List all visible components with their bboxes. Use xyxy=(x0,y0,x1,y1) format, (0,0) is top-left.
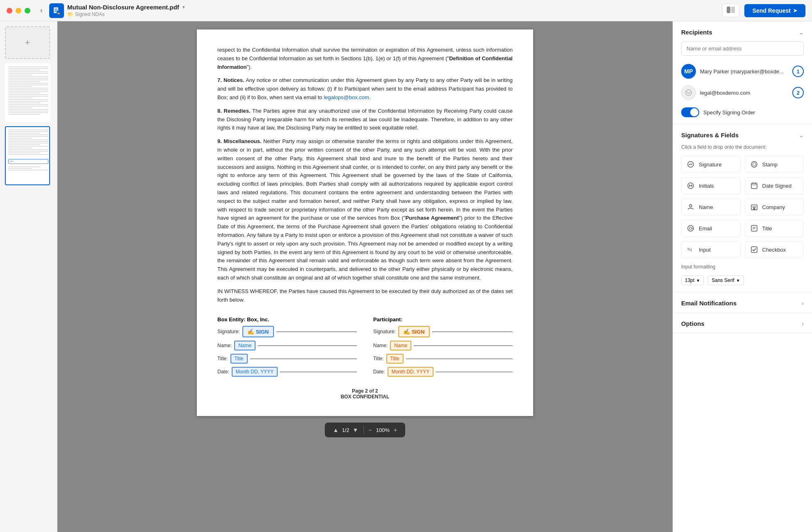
doc-content: respect to the Confidential Information … xyxy=(217,46,513,304)
recipient-name-1: Mary Parker (maryparker@boxde... xyxy=(700,68,788,75)
add-page-button[interactable]: + xyxy=(5,26,50,59)
traffic-lights xyxy=(7,8,30,14)
recipient-search-input[interactable] xyxy=(681,41,804,56)
field-email[interactable]: Email xyxy=(681,220,741,237)
box-sign-icon: ✍ xyxy=(247,328,254,335)
participant-date-label: Date: xyxy=(373,369,385,375)
participant-name-field[interactable]: Name xyxy=(390,341,411,350)
options-header[interactable]: Options › xyxy=(673,313,812,333)
svg-rect-22 xyxy=(753,208,755,210)
signing-entities-row: Box Entity: Box, Inc. Signature: ✍ SIGN xyxy=(217,316,513,380)
recipients-body: MP Mary Parker (maryparker@boxde... 1 le… xyxy=(673,41,812,124)
field-stamp[interactable]: Stamp xyxy=(745,156,804,173)
field-stamp-label: Stamp xyxy=(762,161,778,168)
send-request-button[interactable]: Send Request ➤ xyxy=(744,4,805,17)
header-actions: Send Request ➤ xyxy=(722,4,805,17)
box-name-field[interactable]: Name xyxy=(234,341,255,350)
field-signature[interactable]: Signature xyxy=(681,156,741,173)
folder-icon: 📁 xyxy=(67,11,73,17)
field-checkbox[interactable]: Checkbox xyxy=(745,241,804,258)
para-7-notices: 7. Notices. Any notice or other communic… xyxy=(217,76,513,102)
close-button[interactable] xyxy=(7,8,12,14)
field-input[interactable]: A| Input xyxy=(681,241,741,258)
svg-point-17 xyxy=(689,205,692,207)
para-9-misc: 9. Miscellaneous. Neither Party may assi… xyxy=(217,137,513,282)
participant-title-underline xyxy=(406,359,513,359)
signing-order-toggle[interactable] xyxy=(681,107,699,117)
legal-email-link[interactable]: legalops@box.com xyxy=(324,94,369,100)
participant-title-row: Title: Title xyxy=(373,354,513,364)
box-title-field[interactable]: Title xyxy=(230,354,248,364)
signatures-fields-chevron: ⌄ xyxy=(799,132,804,139)
recipient-item-2: legal@boxdemo.com 2 xyxy=(681,82,804,103)
box-sign-field[interactable]: ✍ SIGN xyxy=(242,326,274,337)
title-icon xyxy=(749,223,759,233)
participant-sign-field[interactable]: ✍ SIGN xyxy=(398,326,430,337)
signatures-fields-header[interactable]: Signatures & Fields ⌄ xyxy=(673,124,812,144)
font-size-select[interactable]: 13pt ▼ xyxy=(681,275,704,285)
recipients-section: Recipients ⌄ MP Mary Parker (maryparker@… xyxy=(673,21,812,124)
zoom-in-button[interactable]: + xyxy=(392,426,399,434)
fields-grid: Signature Stamp xyxy=(681,156,804,258)
field-signature-label: Signature xyxy=(699,161,722,168)
page-number: Page 2 of 2 xyxy=(217,388,513,394)
zoom-controls: − 100% + xyxy=(367,426,399,434)
minimize-button[interactable] xyxy=(16,8,21,14)
participant-sig-label: Signature: xyxy=(373,329,396,334)
options-title: Options xyxy=(681,320,705,327)
field-title[interactable]: Title xyxy=(745,220,804,237)
field-date-signed[interactable]: Date Signed xyxy=(745,177,804,194)
doc-subtitle-text: Signed NDAs xyxy=(75,11,105,17)
participant-name-label: Name: xyxy=(373,343,388,348)
field-company[interactable]: Company xyxy=(745,198,804,216)
field-initials[interactable]: Initials xyxy=(681,177,741,194)
recipients-header[interactable]: Recipients ⌄ xyxy=(673,21,812,41)
participant-title-field[interactable]: Title xyxy=(386,354,404,364)
box-date-label: Date: xyxy=(217,369,229,375)
thumbnail-page-1[interactable] xyxy=(5,63,50,122)
signing-col-box: Box Entity: Box, Inc. Signature: ✍ SIGN xyxy=(217,316,357,380)
signature-icon xyxy=(686,159,696,169)
input-formatting: Input formatting 13pt ▼ Sans Serif ▼ xyxy=(681,264,804,285)
send-request-label: Send Request xyxy=(753,7,791,14)
svg-rect-25 xyxy=(751,225,757,231)
doc-icon: ✍ xyxy=(49,3,64,18)
back-button[interactable]: ‹ xyxy=(37,5,46,16)
doc-title-text: Mutual Non-Disclosure Agreement.pdf xyxy=(67,4,179,11)
participant-sign-icon: ✍ xyxy=(403,328,410,335)
doc-toolbar: ▲ 1/2 ▼ − 100% + xyxy=(325,423,405,437)
title-bar: ‹ ✍ Mutual Non-Disclosure Agreement.pdf … xyxy=(0,0,812,21)
email-notifications-chevron: › xyxy=(802,300,804,307)
para-confidential-info: respect to the Confidential Information … xyxy=(217,46,513,71)
svg-rect-21 xyxy=(755,207,756,208)
maximize-button[interactable] xyxy=(25,8,30,14)
thumbnail-page-2[interactable]: SIGN xyxy=(5,126,50,185)
svg-point-24 xyxy=(689,227,692,230)
participant-date-field[interactable]: Month DD, YYYY xyxy=(388,367,433,377)
page-up-button[interactable]: ▲ xyxy=(331,426,340,434)
layout-toggle-button[interactable] xyxy=(722,4,739,17)
recipient-order-1[interactable]: 1 xyxy=(792,66,804,77)
zoom-out-button[interactable]: − xyxy=(367,426,374,434)
field-name[interactable]: Name xyxy=(681,198,741,216)
signatures-fields-section: Signatures & Fields ⌄ Click a field to d… xyxy=(673,124,812,292)
email-notifications-header[interactable]: Email Notifications › xyxy=(673,292,812,312)
field-company-label: Company xyxy=(762,204,785,210)
participant-sig-underline xyxy=(432,332,513,332)
signing-order-label: Specify Signing Order xyxy=(703,109,755,116)
page-down-button[interactable]: ▼ xyxy=(351,426,360,434)
svg-rect-6 xyxy=(727,7,730,13)
box-sig-underline xyxy=(276,332,357,332)
recipient-order-2[interactable]: 2 xyxy=(792,87,804,98)
doc-dropdown-arrow[interactable]: ▼ xyxy=(182,5,186,9)
recipients-chevron: ⌄ xyxy=(799,29,804,36)
name-icon xyxy=(686,202,696,212)
box-date-field[interactable]: Month DD, YYYY xyxy=(232,367,278,377)
svg-rect-30 xyxy=(751,247,757,252)
doc-viewer[interactable]: respect to the Confidential Information … xyxy=(57,21,673,532)
input-icon: A| xyxy=(686,245,696,255)
font-family-select[interactable]: Sans Serif ▼ xyxy=(708,275,744,285)
font-family-arrow: ▼ xyxy=(736,278,740,283)
stamp-icon xyxy=(749,159,759,169)
box-name-row: Name: Name xyxy=(217,341,357,350)
